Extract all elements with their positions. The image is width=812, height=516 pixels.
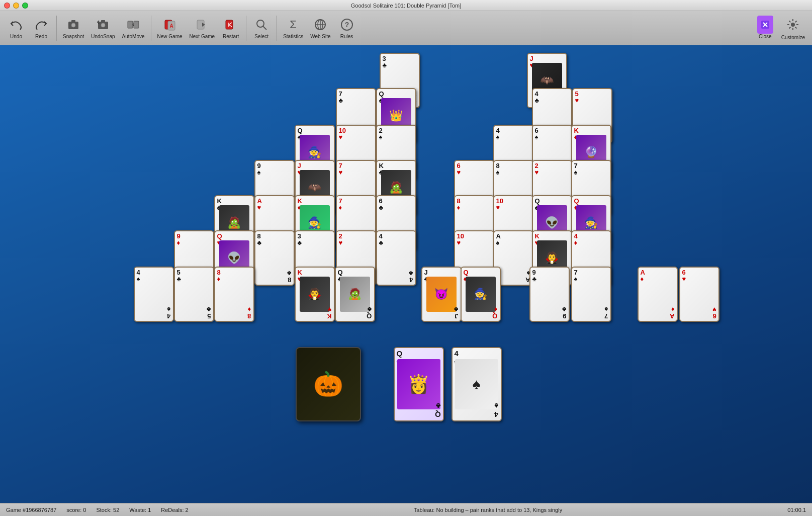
card-rank-tl: 4♠	[137, 269, 140, 282]
card-6h-r7r[interactable]: 6♥ 6♥	[679, 267, 719, 322]
card-5c-r7[interactable]: 5♣ 5♣	[174, 267, 214, 322]
card-qd-r7r[interactable]: Q♦ 🧙 Q♦	[461, 267, 501, 322]
minimize-button[interactable]	[13, 3, 19, 9]
card-rank-tl: 7♠	[574, 269, 578, 282]
status-bar: Game #1966876787 score: 0 Stock: 52 Wast…	[0, 503, 812, 516]
restart-label: Restart	[223, 34, 239, 39]
statistics-label: Statistics	[283, 34, 303, 39]
score: score: 0	[66, 507, 86, 513]
card-4s-r7[interactable]: 4♠ 4♠	[134, 267, 174, 322]
card-8d-r7[interactable]: 8♦ 8♦	[214, 267, 254, 322]
card-rank-tl: 4♣	[379, 233, 384, 246]
card-rank-br: Q♦	[492, 306, 497, 319]
sep1	[56, 16, 57, 41]
svg-rect-2	[71, 20, 75, 22]
game-area: 3♣ 3♣ J♥ 🦇 J♥ 7♣ 7♣ Q♠ 👑 Q♠ 4♣ 4♣	[0, 45, 812, 503]
next-game-label: Next Game	[190, 34, 215, 39]
card-rank-tl: 8♠	[496, 162, 500, 176]
card-ad-r7r[interactable]: A♦ A♦	[638, 267, 678, 322]
svg-point-24	[791, 23, 795, 27]
card-8c-r6[interactable]: 8♣ 8♣	[254, 230, 295, 286]
customize-label: Customize	[781, 35, 805, 40]
redo-button[interactable]: Redo	[29, 14, 53, 43]
card-kh-r7[interactable]: K♥ 🧛 K♥	[295, 267, 335, 322]
card-rank-tl: 9♠	[257, 162, 261, 176]
undo-button[interactable]: Undo	[4, 14, 28, 43]
customize-button[interactable]: Customize	[778, 14, 808, 43]
new-game-label: New Game	[157, 34, 183, 39]
website-button[interactable]: Web Site	[307, 14, 333, 43]
svg-rect-6	[128, 21, 133, 28]
select-icon	[253, 17, 269, 33]
card-rank-br: 8♣	[287, 270, 292, 283]
card-jc-r7r[interactable]: J♣ 😈 J♣	[421, 267, 462, 322]
sep4	[277, 16, 277, 41]
next-game-button[interactable]: Next Game	[187, 14, 218, 43]
close-icon-visual	[757, 16, 773, 34]
close-label: Close	[759, 34, 772, 39]
card-rank-tl: 8♦	[457, 198, 461, 211]
card-rank-br: 4♠	[167, 306, 170, 319]
svg-text:?: ?	[344, 21, 349, 29]
tableau-info: Tableau: No building – pair ranks that a…	[189, 507, 788, 513]
undosnap-label: UndoSnap	[91, 34, 115, 39]
status-left: Game #1966876787 score: 0 Stock: 52 Wast…	[6, 507, 189, 513]
waste: Waste: 1	[129, 507, 151, 513]
card-rank-tl: 8♦	[217, 269, 221, 282]
close-button[interactable]: Close	[753, 14, 777, 43]
svg-line-14	[263, 26, 266, 30]
svg-text:A: A	[169, 23, 173, 29]
waste-card-qc[interactable]: Q♣ 👸 Q♣	[394, 347, 444, 421]
card-rank-tl: 7♥	[339, 162, 343, 176]
rules-label: Rules	[340, 34, 353, 39]
restart-button[interactable]: Restart	[219, 14, 243, 43]
card-rank-tl: 4♠	[496, 127, 500, 140]
automove-icon	[125, 17, 141, 33]
snapshot-button[interactable]: Snapshot	[60, 14, 87, 43]
window-title: Goodsol Solitaire 101: Double Pyramid [T…	[351, 3, 462, 9]
close-window-button[interactable]	[4, 3, 10, 9]
card-qc-r7[interactable]: Q♣ 🧟 Q♣	[335, 267, 375, 322]
undosnap-button[interactable]: UndoSnap	[88, 14, 118, 43]
card-rank-br: A♦	[670, 306, 674, 319]
card-rank-tl: 10♥	[339, 127, 346, 140]
select-button[interactable]: Select	[249, 14, 274, 43]
toolbar: Undo Redo Snapshot	[0, 11, 812, 45]
card-4c-r6[interactable]: 4♣ 4♣	[376, 230, 416, 286]
card-rank-br: Q♣	[367, 306, 372, 319]
select-label: Select	[254, 34, 268, 39]
maximize-button[interactable]	[22, 3, 28, 9]
customize-icon	[784, 16, 802, 34]
card-rank-tl: 2♥	[339, 233, 343, 246]
card-rank-tl: 8♣	[257, 233, 262, 246]
card-rank-br: 7♠	[604, 306, 608, 319]
toolbar-right: Close Customize	[753, 14, 808, 43]
card-rank-tl: A♦	[641, 269, 645, 282]
restart-icon	[223, 17, 239, 33]
card-rank-tl: 3♣	[383, 55, 387, 68]
card-rank-tl: 5♣	[177, 269, 182, 282]
window-controls[interactable]	[4, 3, 28, 9]
card-rank-tl: 6♠	[535, 127, 538, 140]
new-game-button[interactable]: A New Game	[154, 14, 186, 43]
card-rank-br: 5♣	[207, 306, 211, 319]
card-7s-r7r[interactable]: 7♠ 7♠	[571, 267, 611, 322]
waste-card-4s[interactable]: 4♠ ♠ 4♠	[452, 347, 502, 421]
rules-button[interactable]: ? Rules	[335, 14, 359, 43]
card-rank-br: 6♥	[712, 306, 716, 319]
automove-button[interactable]: AutoMove	[119, 14, 148, 43]
card-rank-tl: 9♣	[532, 269, 537, 282]
card-rank-br: 4♠	[494, 402, 498, 419]
svg-rect-5	[101, 20, 105, 22]
next-game-icon	[194, 17, 210, 33]
card-rank-tl: 7♦	[339, 198, 342, 211]
card-rank-tl: 6♥	[457, 162, 461, 176]
card-rank-tl: 9♦	[177, 233, 181, 246]
card-rank-br: J♣	[454, 306, 459, 319]
card-9c-r7r[interactable]: 9♣ 9♣	[529, 267, 570, 322]
card-rank-br: Q♣	[435, 402, 441, 419]
card-rank-br: 8♦	[247, 306, 251, 319]
stock-pile[interactable]: 🎃	[296, 347, 361, 421]
card-rank-tl: 7♣	[339, 91, 343, 104]
statistics-button[interactable]: Σ Statistics	[280, 14, 306, 43]
